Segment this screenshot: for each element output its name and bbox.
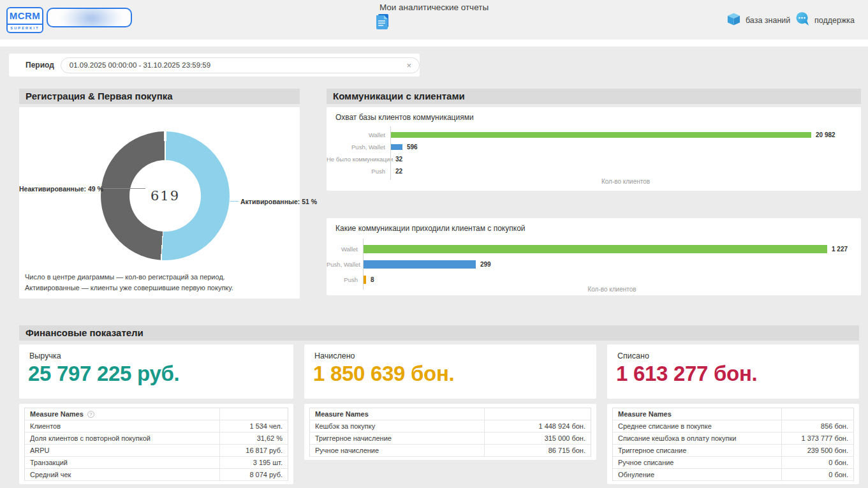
bar-row: Push22 [327, 165, 861, 177]
bar-row: Wallet20 982 [327, 129, 861, 141]
measure-name: Триггерное начисление [310, 434, 484, 442]
reach-chart-card: Охват базы клиентов коммуникациями Walle… [327, 107, 861, 191]
bar-value-label: 22 [395, 168, 402, 175]
bar-category-label: Push [327, 276, 363, 283]
table-row: Ручное начисление86 715 бон. [310, 445, 591, 457]
kpi-label: Списано [617, 351, 649, 360]
reach-bar-chart: Wallet20 982Push, Wallet596Не было комму… [327, 129, 861, 177]
measure-name: Триггерное списание [613, 447, 781, 454]
measure-value: 0 бон. [781, 457, 853, 468]
table-row: Обнуление0 бон. [613, 469, 853, 481]
table-row: Клиентов1 534 чел. [25, 420, 288, 433]
table-row: ARPU16 817 руб. [25, 445, 288, 457]
measure-name: ARPU [25, 447, 219, 454]
table-header-label: Measure Names [310, 410, 484, 418]
measure-value: 1 373 777 бон. [781, 433, 853, 444]
logo-subtext: SUPERKIT [8, 24, 42, 32]
table-row: Кешбэк за покупку1 448 924 бон. [310, 420, 591, 433]
bar-value-label: 299 [480, 261, 491, 268]
header-divider [0, 40, 868, 47]
kpi-value: 25 797 225 руб. [28, 362, 179, 386]
measures-table: Measure NamesСреднее списание в покупке8… [612, 408, 854, 481]
bar-category-label: Wallet [327, 131, 390, 138]
bar-value-label: 596 [407, 144, 418, 151]
table-header-row: Measure Names? [25, 408, 288, 420]
bar[interactable] [390, 132, 811, 138]
kpi-revenue: Выручка 25 797 225 руб. [19, 344, 293, 399]
bar-row: Wallet1 227 [327, 241, 861, 256]
measure-value: 1 534 чел. [219, 420, 288, 432]
support-label: поддержка [814, 16, 855, 25]
kpi-value: 1 850 639 бон. [313, 362, 454, 386]
period-input[interactable]: 01.09.2025 00:00:00 - 31.10.2025 23:59:5… [61, 57, 420, 73]
table-header-value-cell [781, 408, 853, 420]
purchase-comm-chart-title: Какие коммуникации приходили клиентам с … [335, 224, 526, 233]
table-row: Списание кешбэка в оплату покупки1 373 7… [613, 433, 853, 445]
measure-value: 0 бон. [781, 469, 853, 480]
chat-icon [795, 11, 810, 29]
help-icon[interactable]: ? [87, 411, 94, 418]
period-value: 01.09.2025 00:00:00 - 31.10.2025 23:59:5… [70, 61, 407, 69]
bar[interactable] [390, 156, 391, 162]
kpi-value: 1 613 277 бон. [616, 362, 757, 386]
measure-name: Обнуление [613, 471, 781, 478]
donut-center-value: 619 [151, 188, 180, 203]
bar-row: Push, Wallet596 [327, 141, 861, 153]
period-label: Период [26, 61, 54, 70]
kpi-written-off: Списано 1 613 277 бон. [607, 344, 859, 399]
table-header-row: Measure Names [310, 408, 591, 420]
support-link[interactable]: поддержка [795, 11, 855, 29]
measures-table: Measure NamesКешбэк за покупку1 448 924 … [309, 408, 591, 457]
bar[interactable] [390, 168, 391, 174]
measure-value: 16 817 руб. [219, 445, 288, 456]
written-off-measures-table: Measure NamesСреднее списание в покупке8… [607, 404, 859, 484]
table-header-label: Measure Names [613, 410, 781, 418]
bar-category-label: Wallet [327, 246, 363, 253]
table-row: Триггерное начисление315 000 бон. [310, 433, 591, 445]
kpi-label: Выручка [29, 351, 61, 360]
table-header-label: Measure Names? [25, 410, 219, 418]
financial-panel-header: Финансовые показатели [19, 325, 859, 341]
donut-chart[interactable]: 619 [101, 131, 230, 260]
kpi-label: Начислено [314, 351, 355, 360]
table-header-row: Measure Names [613, 408, 853, 420]
bar[interactable] [390, 144, 402, 150]
measure-name: Кешбэк за покупку [310, 422, 484, 430]
bar-value-label: 32 [395, 156, 402, 163]
leader-line [230, 201, 239, 202]
measure-name: Доля клиентов с повторной покупкой [25, 434, 219, 442]
page-title: Мои аналитические отчеты [0, 3, 868, 12]
measures-table: Measure Names?Клиентов1 534 чел.Доля кли… [24, 408, 288, 481]
period-filter: Период 01.09.2025 00:00:00 - 31.10.2025 … [9, 54, 420, 77]
table-row: Транзакций3 195 шт. [25, 457, 288, 469]
measure-name: Ручное списание [613, 459, 781, 466]
bar-category-label: Push, Wallet [327, 261, 363, 268]
bar-value-label: 8 [371, 276, 374, 283]
measure-name: Клиентов [25, 422, 219, 430]
bar[interactable] [363, 245, 827, 253]
measure-value: 3 195 шт. [219, 457, 288, 468]
accrued-measures-table: Measure NamesКешбэк за покупку1 448 924 … [304, 404, 596, 460]
report-document-icon[interactable] [375, 13, 389, 33]
knowledge-base-link[interactable]: база знаний [726, 11, 790, 29]
bar-row: Push8 [327, 272, 861, 287]
reach-chart-title: Охват базы клиентов коммуникациями [335, 113, 474, 122]
bar[interactable] [363, 260, 476, 269]
revenue-measures-table: Measure Names?Клиентов1 534 чел.Доля кли… [19, 404, 293, 484]
table-row: Доля клиентов с повторной покупкой31,62 … [25, 433, 288, 445]
measure-value: 239 500 бон. [781, 445, 853, 456]
purchase-comm-bar-chart: Wallet1 227Push, Wallet299Push8 [327, 241, 861, 287]
bar-row: Push, Wallet299 [327, 256, 861, 272]
knowledge-base-label: база знаний [746, 16, 790, 25]
communications-panel-header: Коммуникации с клиентами [327, 89, 861, 104]
table-row: Средний чек8 074 руб. [25, 469, 288, 481]
table-header-value-cell [484, 408, 591, 420]
clear-icon[interactable]: × [406, 61, 411, 70]
bar[interactable] [363, 276, 366, 284]
measure-name: Списание кешбэка в оплату покупки [613, 434, 781, 442]
cube-icon [726, 11, 741, 29]
measure-name: Среднее списание в покупке [613, 422, 781, 430]
measure-name: Транзакций [25, 459, 219, 466]
donut-label-active: Активированные: 51 % [240, 198, 317, 205]
table-row: Ручное списание0 бон. [613, 457, 853, 469]
